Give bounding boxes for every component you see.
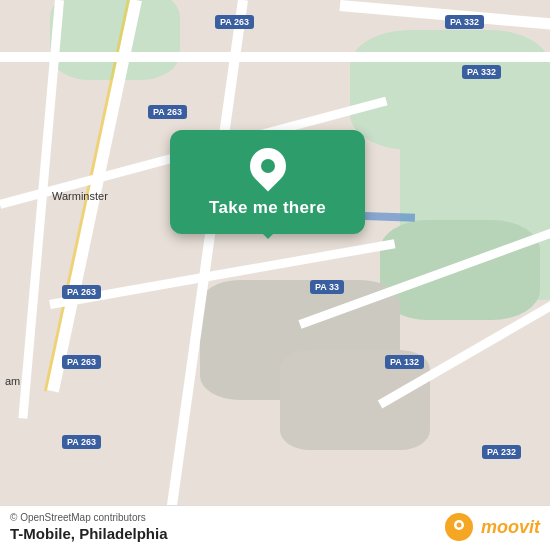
take-me-there-button[interactable]: Take me there bbox=[209, 198, 326, 218]
popup-card: Take me there bbox=[170, 130, 365, 234]
moovit-logo[interactable]: moovit bbox=[445, 513, 540, 541]
bottom-left-info: © OpenStreetMap contributors T-Mobile, P… bbox=[10, 512, 168, 542]
road-sign-pa332-top: PA 332 bbox=[445, 15, 484, 29]
road-sign-pa332-2: PA 332 bbox=[462, 65, 501, 79]
road-sign-pa263-top: PA 263 bbox=[215, 15, 254, 29]
road-sign-pa132: PA 132 bbox=[385, 355, 424, 369]
am-label: am bbox=[5, 375, 20, 387]
road-sign-pa33: PA 33 bbox=[310, 280, 344, 294]
road-horizontal-top bbox=[0, 52, 550, 62]
location-title: T-Mobile, Philadelphia bbox=[10, 525, 168, 542]
map-container: PA 263 PA 332 PA 263 PA 263 PA 263 PA 26… bbox=[0, 0, 550, 550]
moovit-text: moovit bbox=[481, 517, 540, 538]
road-sign-pa263-left3: PA 263 bbox=[62, 435, 101, 449]
road-sign-pa263-left2: PA 263 bbox=[62, 355, 101, 369]
svg-point-3 bbox=[456, 523, 461, 528]
copyright-text: © OpenStreetMap contributors bbox=[10, 512, 168, 523]
location-pin-icon bbox=[242, 141, 293, 192]
warminster-label: Warminster bbox=[52, 190, 108, 202]
moovit-icon bbox=[445, 513, 473, 541]
road-sign-pa263-left1: PA 263 bbox=[62, 285, 101, 299]
road-sign-pa263-mid: PA 263 bbox=[148, 105, 187, 119]
bottom-bar: © OpenStreetMap contributors T-Mobile, P… bbox=[0, 505, 550, 550]
road-sign-pa232: PA 232 bbox=[482, 445, 521, 459]
